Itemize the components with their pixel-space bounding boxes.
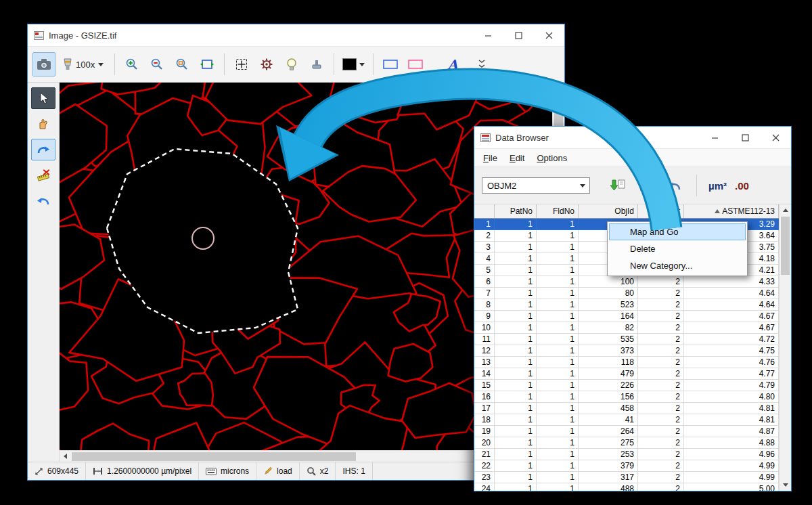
table-cell[interactable]: 1 bbox=[537, 437, 579, 449]
table-cell[interactable]: 1 bbox=[537, 253, 579, 265]
table-cell[interactable]: 523 bbox=[579, 299, 638, 311]
table-cell[interactable]: 2 bbox=[638, 345, 684, 357]
table-cell[interactable]: 1 bbox=[495, 288, 537, 299]
table-cell[interactable]: 1 bbox=[495, 322, 537, 334]
table-cell[interactable]: 1 bbox=[537, 219, 579, 230]
table-cell[interactable]: 1 bbox=[495, 265, 537, 276]
header-cat[interactable]: Cat bbox=[638, 204, 684, 218]
table-cell[interactable]: 1 bbox=[474, 219, 495, 230]
table-cell[interactable]: 5 bbox=[474, 265, 495, 276]
maximize-button[interactable] bbox=[730, 127, 761, 148]
table-cell[interactable]: 1 bbox=[537, 414, 579, 426]
table-cell[interactable]: 1 bbox=[537, 449, 579, 460]
table-cell[interactable]: 24 bbox=[474, 483, 495, 491]
table-cell[interactable]: 1 bbox=[495, 472, 537, 483]
table-row[interactable]: 221137924.99 bbox=[474, 460, 779, 472]
table-cell[interactable]: 1 bbox=[495, 219, 537, 230]
table-cell[interactable]: 1 bbox=[537, 426, 579, 437]
table-cell[interactable]: 41 bbox=[579, 414, 638, 426]
table-cell[interactable]: 17 bbox=[474, 403, 495, 414]
table-cell[interactable]: 535 bbox=[579, 334, 638, 345]
table-cell[interactable]: 1 bbox=[537, 288, 579, 299]
precision-button[interactable]: .00 bbox=[735, 180, 749, 192]
table-cell[interactable]: 4.77 bbox=[684, 368, 779, 380]
table-cell[interactable]: 1 bbox=[537, 483, 579, 491]
table-cell[interactable]: 2 bbox=[638, 311, 684, 322]
table-cell[interactable]: 2 bbox=[638, 483, 684, 491]
move-tool-button[interactable] bbox=[230, 52, 253, 76]
table-cell[interactable]: 2 bbox=[638, 391, 684, 403]
minimize-button[interactable] bbox=[473, 24, 503, 46]
table-cell[interactable]: 373 bbox=[579, 345, 638, 357]
scroll-up-button[interactable] bbox=[780, 204, 791, 216]
table-cell[interactable]: 4.80 bbox=[684, 391, 779, 403]
table-cell[interactable]: 156 bbox=[579, 391, 638, 403]
table-cell[interactable]: 2 bbox=[638, 299, 684, 311]
measurement-combo[interactable]: OBJM2 bbox=[482, 177, 590, 194]
blue-rect-button[interactable] bbox=[379, 52, 402, 76]
context-menu-item-delete[interactable]: Delete bbox=[609, 240, 746, 257]
table-cell[interactable]: 1 bbox=[495, 242, 537, 253]
table-cell[interactable]: 1 bbox=[495, 380, 537, 391]
table-cell[interactable]: 1 bbox=[537, 311, 579, 322]
table-cell[interactable]: 1 bbox=[495, 299, 537, 311]
combo-dropdown-button[interactable] bbox=[576, 184, 589, 188]
horizontal-scroll-thumb[interactable] bbox=[72, 452, 356, 461]
table-cell[interactable]: 4.72 bbox=[684, 334, 779, 345]
table-cell[interactable]: 4.67 bbox=[684, 322, 779, 334]
table-row[interactable]: 18114124.81 bbox=[474, 414, 779, 426]
table-cell[interactable]: 1 bbox=[495, 311, 537, 322]
table-row[interactable]: 91116424.67 bbox=[474, 311, 779, 322]
pan-tool-button[interactable] bbox=[31, 113, 55, 135]
table-cell[interactable]: 3 bbox=[474, 242, 495, 253]
table-cell[interactable]: 1 bbox=[537, 472, 579, 483]
pointer-tool-button[interactable] bbox=[31, 87, 55, 109]
table-row[interactable]: 81152324.64 bbox=[474, 299, 779, 311]
table-cell[interactable]: 1 bbox=[495, 460, 537, 472]
table-cell[interactable]: 1 bbox=[537, 380, 579, 391]
header-patno[interactable]: PatNo bbox=[495, 204, 537, 218]
map-and-go-tool-button[interactable] bbox=[31, 139, 55, 160]
fit-window-button[interactable] bbox=[196, 52, 219, 76]
table-row[interactable]: 191126424.87 bbox=[474, 426, 779, 437]
camera-button[interactable] bbox=[32, 52, 55, 76]
table-cell[interactable]: 253 bbox=[579, 449, 638, 460]
table-cell[interactable]: 2 bbox=[638, 368, 684, 380]
table-cell[interactable]: 1 bbox=[537, 391, 579, 403]
table-cell[interactable]: 4.96 bbox=[684, 449, 779, 460]
zoom-in-button[interactable] bbox=[120, 52, 143, 76]
table-cell[interactable]: 4.79 bbox=[684, 380, 779, 391]
table-row[interactable]: 111153524.72 bbox=[474, 334, 779, 345]
table-cell[interactable]: 379 bbox=[579, 460, 638, 472]
table-row[interactable]: 61110024.33 bbox=[474, 276, 779, 288]
table-cell[interactable]: 19 bbox=[474, 426, 495, 437]
menu-options[interactable]: Options bbox=[531, 151, 573, 165]
annotation-text-button[interactable]: A bbox=[441, 52, 464, 76]
table-cell[interactable]: 1 bbox=[495, 449, 537, 460]
table-cell[interactable]: 1 bbox=[537, 357, 579, 368]
table-cell[interactable]: 1 bbox=[495, 483, 537, 491]
table-cell[interactable]: 1 bbox=[495, 368, 537, 380]
zoom-out-button[interactable] bbox=[145, 52, 168, 76]
table-cell[interactable]: 2 bbox=[638, 334, 684, 345]
table-cell[interactable]: 4.75 bbox=[684, 345, 779, 357]
header-objid[interactable]: ObjId bbox=[579, 204, 638, 218]
table-cell[interactable]: 2 bbox=[638, 449, 684, 460]
table-cell[interactable]: 1 bbox=[537, 265, 579, 276]
table-cell[interactable]: 16 bbox=[474, 391, 495, 403]
menu-edit[interactable]: Edit bbox=[503, 151, 531, 165]
table-cell[interactable]: 4.81 bbox=[684, 414, 779, 426]
undo-button[interactable] bbox=[664, 175, 685, 196]
header-fldno[interactable]: FldNo bbox=[537, 204, 579, 218]
table-cell[interactable]: 1 bbox=[537, 368, 579, 380]
pink-rect-button[interactable] bbox=[404, 52, 427, 76]
table-cell[interactable]: 2 bbox=[638, 276, 684, 288]
table-cell[interactable]: 1 bbox=[495, 403, 537, 414]
table-cell[interactable]: 1 bbox=[495, 230, 537, 242]
unit-button[interactable]: µm² bbox=[708, 180, 727, 192]
table-cell[interactable]: 7 bbox=[474, 288, 495, 299]
table-cell[interactable]: 18 bbox=[474, 414, 495, 426]
table-cell[interactable]: 1 bbox=[537, 276, 579, 288]
table-cell[interactable]: 1 bbox=[495, 391, 537, 403]
table-cell[interactable]: 2 bbox=[638, 426, 684, 437]
